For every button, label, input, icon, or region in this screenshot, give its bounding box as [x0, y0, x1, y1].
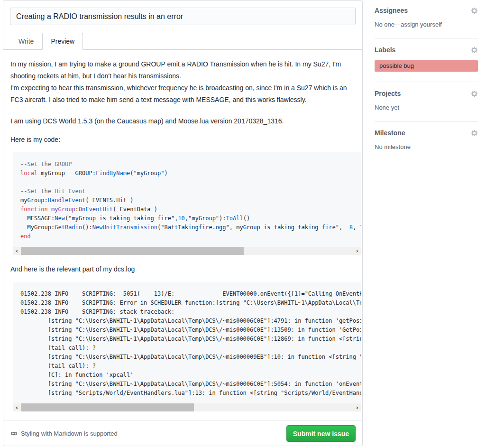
gear-icon[interactable] — [471, 7, 478, 14]
new-issue-form: Write Preview In my mission, I am trying… — [3, 0, 363, 446]
issue-body-paragraph-2: I am using DCS World 1.5.3 (on the Cauca… — [10, 115, 355, 127]
log-scrollbar-thumb[interactable] — [21, 403, 194, 411]
comment-form-footer: Styling with Markdown is supported Submi… — [3, 420, 362, 447]
sidebar-section-projects: Projects None yet — [375, 90, 478, 121]
gear-icon[interactable] — [471, 90, 478, 97]
assignees-value[interactable]: No one—assign yourself — [375, 21, 478, 28]
scrollbar-track[interactable] — [21, 247, 353, 255]
scroll-left-icon[interactable]: ‹ — [13, 247, 21, 255]
label-chip[interactable]: possible bug — [375, 60, 478, 72]
log-code: 01502.238 INFO SCRIPTING: 5051( 13)/E: E… — [13, 282, 361, 403]
scroll-right-icon[interactable]: › — [353, 247, 361, 255]
preview-content: In my mission, I am trying to make a gro… — [3, 50, 362, 420]
tab-write[interactable]: Write — [10, 33, 42, 50]
gear-icon[interactable] — [471, 47, 478, 54]
markdown-note-label: Styling with Markdown is supported — [21, 430, 118, 437]
comment-tab-nav: Write Preview — [3, 33, 362, 50]
scroll-right-icon[interactable]: › — [353, 403, 361, 411]
lua-horizontal-scrollbar[interactable]: ‹ › — [13, 247, 361, 255]
projects-value: None yet — [375, 104, 478, 111]
milestone-value: No milestone — [375, 143, 478, 150]
sidebar-section-labels: Labels possible bug — [375, 46, 478, 82]
gear-icon[interactable] — [471, 130, 478, 137]
sidebar-section-milestone: Milestone No milestone — [375, 129, 478, 160]
milestone-heading: Milestone — [375, 129, 405, 137]
labels-heading: Labels — [375, 46, 395, 54]
tab-preview[interactable]: Preview — [42, 33, 83, 50]
log-code-block: 01502.238 INFO SCRIPTING: 5051( 13)/E: E… — [13, 282, 361, 411]
issue-body-paragraph-3: Here is my code: — [10, 134, 355, 146]
submit-new-issue-button[interactable]: Submit new issue — [286, 425, 356, 442]
projects-heading: Projects — [375, 90, 401, 97]
assignees-heading: Assignees — [375, 7, 408, 14]
lua-code: --Set the GROUP local myGroup = GROUP:Fi… — [13, 152, 361, 247]
log-horizontal-scrollbar[interactable]: ‹ › — [13, 403, 361, 411]
lua-code-block: --Set the GROUP local myGroup = GROUP:Fi… — [13, 152, 361, 255]
lua-scrollbar-thumb[interactable] — [21, 247, 244, 255]
sidebar-section-assignees: Assignees No one—assign yourself — [375, 7, 478, 38]
issue-body-paragraph-1: In my mission, I am trying to make a gro… — [10, 58, 355, 106]
issue-title-input[interactable] — [10, 8, 356, 25]
title-field-wrap — [3, 1, 362, 25]
scroll-left-icon[interactable]: ‹ — [13, 403, 21, 411]
scrollbar-track[interactable] — [21, 403, 353, 411]
markdown-icon — [10, 431, 18, 436]
markdown-supported-link[interactable]: Styling with Markdown is supported — [10, 430, 118, 437]
issue-body-paragraph-4: And here is the relevant part of my dcs.… — [10, 263, 355, 275]
issue-sidebar: Assignees No one—assign yourself Labels … — [375, 7, 478, 168]
